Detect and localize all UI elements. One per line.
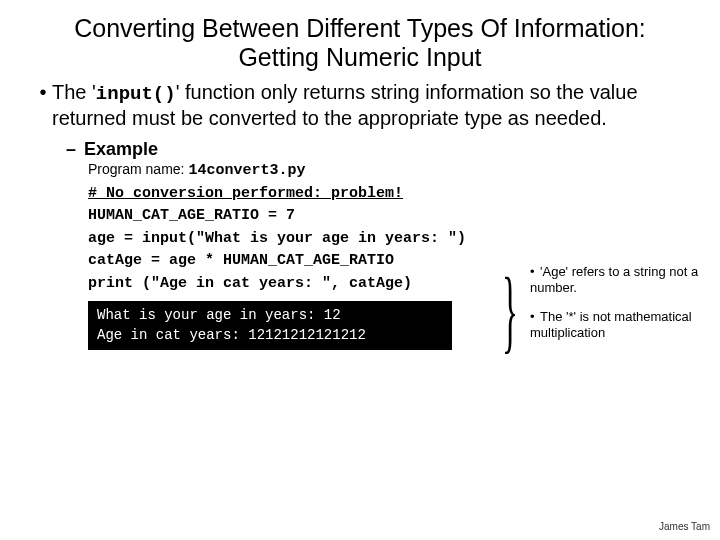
title-line2: Getting Numeric Input — [238, 43, 481, 71]
terminal-output: What is your age in years: 12 Age in cat… — [88, 301, 452, 350]
title-line1: Converting Between Different Types Of In… — [74, 14, 646, 42]
terminal-l2: Age in cat years: 12121212121212 — [97, 326, 443, 346]
annot2-text: The '*' is not mathematical multiplicati… — [530, 309, 692, 340]
annot2: •The '*' is not mathematical multiplicat… — [530, 309, 710, 342]
bullet-dot-icon: • — [34, 80, 52, 105]
main-bullet-text: The 'input()' function only returns stri… — [52, 80, 686, 132]
program-line: Program name: 14convert3.py — [88, 160, 686, 181]
code-l3: age = input("What is your age in years: … — [88, 228, 528, 251]
code-block: # No conversion performed: problem! HUMA… — [88, 183, 528, 296]
bullet-dot-icon: • — [530, 264, 540, 280]
code-l5: print ("Age in cat years: ", catAge) — [88, 273, 528, 296]
example-label: Example — [84, 139, 158, 160]
program-name: 14convert3.py — [188, 162, 305, 179]
annot1: •'Age' refers to a string not a number. — [530, 264, 710, 297]
code-l1: # No conversion performed: problem! — [88, 183, 528, 206]
slide: Converting Between Different Types Of In… — [0, 0, 720, 540]
footer-author: James Tam — [659, 521, 710, 532]
annot1-text: 'Age' refers to a string not a number. — [530, 264, 698, 295]
terminal-l1: What is your age in years: 12 — [97, 306, 443, 326]
main-bullet-pre: The ' — [52, 81, 96, 103]
code-l2: HUMAN_CAT_AGE_RATIO = 7 — [88, 205, 528, 228]
curly-brace-icon: } — [502, 265, 518, 358]
dash-icon: – — [66, 139, 84, 160]
annotation-group: •'Age' refers to a string not a number. … — [530, 264, 710, 341]
program-label: Program name: — [88, 161, 188, 177]
input-code: input() — [96, 83, 176, 105]
example-heading: – Example — [66, 139, 686, 160]
bullet-dot-icon: • — [530, 309, 540, 325]
code-l4: catAge = age * HUMAN_CAT_AGE_RATIO — [88, 250, 528, 273]
main-bullet: • The 'input()' function only returns st… — [34, 80, 686, 132]
slide-title: Converting Between Different Types Of In… — [0, 0, 720, 78]
